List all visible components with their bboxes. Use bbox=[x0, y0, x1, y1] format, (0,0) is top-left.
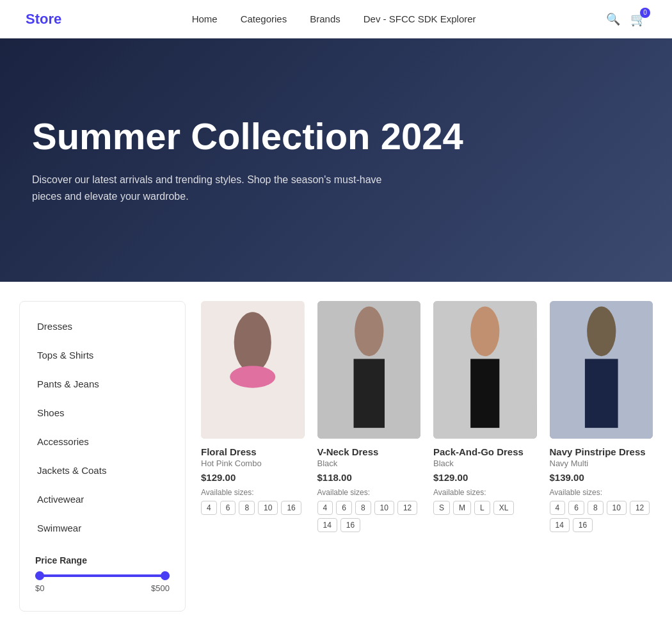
size-chip[interactable]: S bbox=[433, 501, 450, 515]
nav-links: Home Categories Brands Dev - SFCC SDK Ex… bbox=[192, 13, 476, 24]
slider-fill bbox=[35, 574, 170, 577]
price-range-slider[interactable] bbox=[35, 574, 170, 577]
search-icon[interactable]: 🔍 bbox=[606, 12, 620, 26]
product-color: Black bbox=[317, 459, 421, 468]
product-card[interactable]: Floral Dress Hot Pink Combo $129.00 Avai… bbox=[201, 301, 305, 532]
sidebar-item-tops[interactable]: Tops & Shirts bbox=[20, 341, 185, 370]
size-chip[interactable]: 14 bbox=[317, 518, 337, 532]
size-chip[interactable]: 8 bbox=[239, 501, 255, 515]
price-max: $500 bbox=[151, 583, 170, 593]
sizes-label: Available sizes: bbox=[317, 488, 421, 497]
logo[interactable]: Store bbox=[26, 11, 61, 28]
size-chip[interactable]: M bbox=[453, 501, 471, 515]
price-range-label: Price Range bbox=[35, 555, 170, 565]
product-name: Navy Pinstripe Dress bbox=[550, 446, 653, 457]
nav-brands[interactable]: Brands bbox=[310, 13, 340, 24]
product-illustration bbox=[433, 301, 537, 439]
main-layout: Dresses Tops & Shirts Pants & Jeans Shoe… bbox=[0, 282, 672, 631]
size-chip[interactable]: 8 bbox=[355, 501, 371, 515]
svg-rect-5 bbox=[353, 359, 384, 428]
product-image bbox=[550, 301, 653, 439]
sidebar-item-dresses[interactable]: Dresses bbox=[20, 312, 185, 341]
slider-thumb-min[interactable] bbox=[35, 571, 44, 580]
hero-title: Summer Collection 2024 bbox=[32, 116, 480, 157]
size-chip[interactable]: 14 bbox=[550, 518, 570, 532]
product-card[interactable]: V-Neck Dress Black $118.00 Available siz… bbox=[317, 301, 421, 532]
hero-description: Discover our latest arrivals and trendin… bbox=[32, 172, 390, 204]
svg-rect-8 bbox=[470, 359, 499, 428]
svg-point-4 bbox=[355, 307, 383, 357]
sidebar-item-shoes[interactable]: Shoes bbox=[20, 398, 185, 427]
sizes-label: Available sizes: bbox=[433, 488, 537, 497]
svg-point-10 bbox=[587, 307, 616, 357]
product-price: $139.00 bbox=[550, 472, 653, 483]
size-chip[interactable]: 16 bbox=[281, 501, 301, 515]
product-card[interactable]: Pack-And-Go Dress Black $129.00 Availabl… bbox=[433, 301, 537, 532]
size-chip[interactable]: 16 bbox=[340, 518, 360, 532]
sidebar: Dresses Tops & Shirts Pants & Jeans Shoe… bbox=[19, 301, 186, 612]
hero-banner: Summer Collection 2024 Discover our late… bbox=[0, 38, 672, 282]
product-illustration bbox=[550, 301, 653, 439]
sidebar-item-pants[interactable]: Pants & Jeans bbox=[20, 370, 185, 398]
svg-point-2 bbox=[230, 366, 275, 387]
size-chip[interactable]: 10 bbox=[374, 501, 394, 515]
price-min: $0 bbox=[35, 583, 44, 593]
size-chip[interactable]: 6 bbox=[220, 501, 236, 515]
product-color: Black bbox=[433, 459, 537, 468]
price-range-section: Price Range $0 $500 bbox=[20, 542, 185, 598]
size-chip[interactable]: 12 bbox=[630, 501, 650, 515]
product-card[interactable]: Navy Pinstripe Dress Navy Multi $139.00 … bbox=[550, 301, 653, 532]
products-grid: Floral Dress Hot Pink Combo $129.00 Avai… bbox=[201, 301, 653, 612]
product-price: $118.00 bbox=[317, 472, 421, 483]
product-price: $129.00 bbox=[201, 472, 305, 483]
nav-dev[interactable]: Dev - SFCC SDK Explorer bbox=[364, 13, 476, 24]
price-labels: $0 $500 bbox=[35, 583, 170, 593]
svg-point-1 bbox=[234, 312, 271, 373]
nav-home[interactable]: Home bbox=[192, 13, 218, 24]
product-image bbox=[317, 301, 421, 439]
size-chip[interactable]: 16 bbox=[573, 518, 593, 532]
product-name: Pack-And-Go Dress bbox=[433, 446, 537, 457]
size-chip[interactable]: 4 bbox=[317, 501, 333, 515]
product-image bbox=[433, 301, 537, 439]
product-color: Hot Pink Combo bbox=[201, 459, 305, 468]
sizes-grid: 4681016 bbox=[201, 501, 305, 515]
sidebar-item-accessories[interactable]: Accessories bbox=[20, 427, 185, 456]
product-name: V-Neck Dress bbox=[317, 446, 421, 457]
svg-point-7 bbox=[470, 307, 499, 357]
size-chip[interactable]: 4 bbox=[201, 501, 217, 515]
svg-rect-11 bbox=[584, 359, 618, 428]
product-price: $129.00 bbox=[433, 472, 537, 483]
nav-icons: 🔍 🛒 0 bbox=[606, 12, 646, 27]
sidebar-item-jackets[interactable]: Jackets & Coats bbox=[20, 456, 185, 485]
size-chip[interactable]: 8 bbox=[588, 501, 604, 515]
sizes-label: Available sizes: bbox=[201, 488, 305, 497]
size-chip[interactable]: L bbox=[474, 501, 490, 515]
size-chip[interactable]: 12 bbox=[397, 501, 417, 515]
cart-badge: 0 bbox=[640, 8, 650, 18]
size-chip[interactable]: 4 bbox=[550, 501, 566, 515]
size-chip[interactable]: 10 bbox=[607, 501, 627, 515]
sidebar-item-swimwear[interactable]: Swimwear bbox=[20, 514, 185, 542]
sidebar-item-activewear[interactable]: Activewear bbox=[20, 485, 185, 514]
sizes-grid: 46810121416 bbox=[550, 501, 653, 532]
product-illustration bbox=[317, 301, 421, 439]
product-color: Navy Multi bbox=[550, 459, 653, 468]
product-name: Floral Dress bbox=[201, 446, 305, 457]
nav-categories[interactable]: Categories bbox=[241, 13, 287, 24]
size-chip[interactable]: 6 bbox=[568, 501, 584, 515]
sizes-label: Available sizes: bbox=[550, 488, 653, 497]
navbar: Store Home Categories Brands Dev - SFCC … bbox=[0, 0, 672, 38]
size-chip[interactable]: 10 bbox=[258, 501, 278, 515]
size-chip[interactable]: 6 bbox=[336, 501, 352, 515]
product-image bbox=[201, 301, 305, 439]
slider-thumb-max[interactable] bbox=[161, 571, 170, 580]
sizes-grid: 46810121416 bbox=[317, 501, 421, 532]
size-chip[interactable]: XL bbox=[493, 501, 515, 515]
sizes-grid: SMLXL bbox=[433, 501, 537, 515]
cart-button[interactable]: 🛒 0 bbox=[630, 12, 646, 27]
product-illustration bbox=[201, 301, 305, 439]
